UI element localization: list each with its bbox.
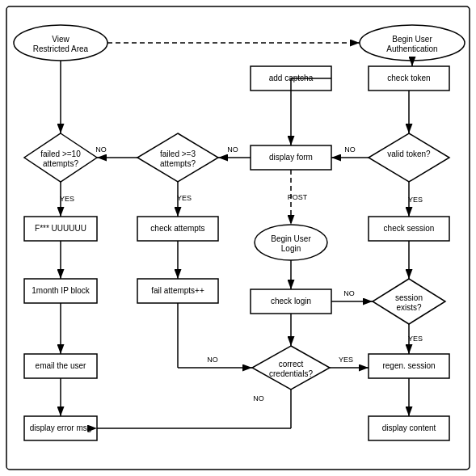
label-no2: NO (227, 145, 238, 154)
correct-creds-label2: credentials? (269, 369, 313, 378)
email-user-label: email the user (36, 361, 86, 370)
display-content-label: display content (382, 423, 436, 432)
display-error-label: display error msg (30, 423, 92, 432)
check-session-label: check session (384, 224, 435, 233)
label-yes4: YES (408, 335, 423, 343)
display-form-label: display form (269, 153, 313, 162)
valid-token-label: valid token? (387, 150, 431, 158)
ip-block-label: 1month IP block (32, 286, 91, 295)
failed3-label: failed >=3 (160, 150, 196, 158)
label-yes2: YES (177, 194, 192, 202)
label-no6: NO (253, 394, 264, 402)
begin-login-label2: Login (281, 244, 301, 253)
label-no4: NO (207, 356, 218, 364)
label-no3: NO (95, 145, 107, 154)
check-attempts-label: check attempts (150, 224, 204, 233)
begin-login-label: Begin User (271, 234, 311, 243)
correct-creds-label: correct (279, 360, 304, 369)
begin-auth-label2: Authentication (386, 44, 437, 53)
failed10-label2: attempts? (43, 159, 78, 168)
label-yes3: YES (60, 195, 74, 203)
view-restricted-label2: Restricted Area (33, 44, 89, 53)
label-post: POST (288, 193, 308, 201)
flowchart-canvas: View Restricted Area Begin User Authenti… (0, 0, 476, 476)
fail-attempts-label: fail attempts++ (151, 286, 204, 295)
fuuuuu-label: F*** UUUUUU (35, 224, 86, 233)
view-restricted-label: View (52, 35, 70, 44)
flowchart-svg: View Restricted Area Begin User Authenti… (0, 0, 476, 476)
session-exists-label2: exists? (396, 303, 422, 312)
label-no1: NO (344, 145, 356, 154)
check-login-label: check login (271, 297, 311, 305)
begin-auth-label: Begin User (392, 35, 432, 44)
failed10-label: failed >=10 (40, 150, 81, 158)
regen-session-label: regen. session (382, 361, 435, 370)
check-token-label: check token (387, 74, 430, 82)
failed3-label2: attempts? (160, 159, 196, 168)
session-exists-label: session (395, 293, 423, 302)
label-yes1: YES (408, 196, 423, 204)
label-no5: NO (343, 289, 355, 297)
label-yes5: YES (339, 356, 353, 364)
